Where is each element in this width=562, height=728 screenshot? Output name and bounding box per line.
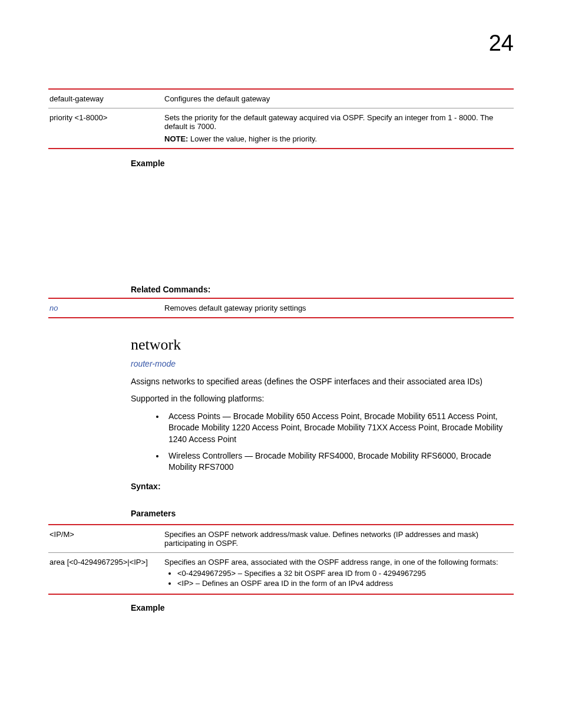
param-desc-text: Sets the priority for the default gatewa… [164,113,510,131]
related-heading: Related Commands: [131,285,514,294]
table-row: no Removes default gateway priority sett… [48,298,514,318]
example-heading: Example [131,159,514,168]
list-item: <0-4294967295> – Specifies a 32 bit OSPF… [177,569,510,578]
spacer [48,168,514,279]
parameters-heading: Parameters [131,509,514,518]
related-desc: Removes default gateway priority setting… [163,298,514,318]
table-row: <IP/M> Specifies an OSPF network address… [48,525,514,553]
param-desc: Sets the priority for the default gatewa… [163,108,514,149]
table-row: area [<0-4294967295>|<IP>] Specifies an … [48,552,514,594]
param-desc: Configures the default gateway [163,89,514,108]
param-key: default-gateway [48,89,163,108]
param-table-network: <IP/M> Specifies an OSPF network address… [48,524,514,595]
note-label: NOTE: [164,134,188,143]
table-row: priority <1-8000> Sets the priority for … [48,108,514,149]
param-key: area [<0-4294967295>|<IP>] [48,552,163,594]
table-row: default-gateway Configures the default g… [48,89,514,108]
param-table-gateway: default-gateway Configures the default g… [48,88,514,149]
param-key: <IP/M> [48,525,163,553]
example-section-1: Example [131,159,514,168]
param-note: NOTE: Lower the value, higher is the pri… [164,134,510,143]
page-content: default-gateway Configures the default g… [48,88,514,612]
router-mode-link[interactable]: router-mode [131,358,514,370]
list-item: <IP> – Defines an OSPF area ID in the fo… [177,579,510,588]
list-item: Access Points — Brocade Mobility 650 Acc… [165,411,514,446]
related-key: no [48,298,163,318]
no-link[interactable]: no [49,304,58,312]
related-commands-section: Related Commands: [131,285,514,294]
section-heading: network [131,336,514,354]
list-item: Wireless Controllers — Brocade Mobility … [165,450,514,473]
example-section-2: Example [131,603,514,612]
syntax-heading: Syntax: [131,482,514,491]
note-text: Lower the value, higher is the priority. [188,134,317,143]
example-heading: Example [131,603,514,612]
page-number: 24 [489,31,514,56]
related-commands-table: no Removes default gateway priority sett… [48,298,514,318]
platform-list: Access Points — Brocade Mobility 650 Acc… [131,411,514,473]
param-desc-text: Specifies an OSPF area, associated with … [164,558,510,566]
section-para-1: Assigns networks to specified areas (def… [131,376,514,388]
network-section: network router-mode Assigns networks to … [131,336,514,518]
param-desc: Specifies an OSPF area, associated with … [163,552,514,594]
area-format-list: <0-4294967295> – Specifies a 32 bit OSPF… [164,569,510,588]
param-desc: Specifies an OSPF network address/mask v… [163,525,514,553]
param-key: priority <1-8000> [48,108,163,149]
section-para-2: Supported in the following platforms: [131,393,514,405]
